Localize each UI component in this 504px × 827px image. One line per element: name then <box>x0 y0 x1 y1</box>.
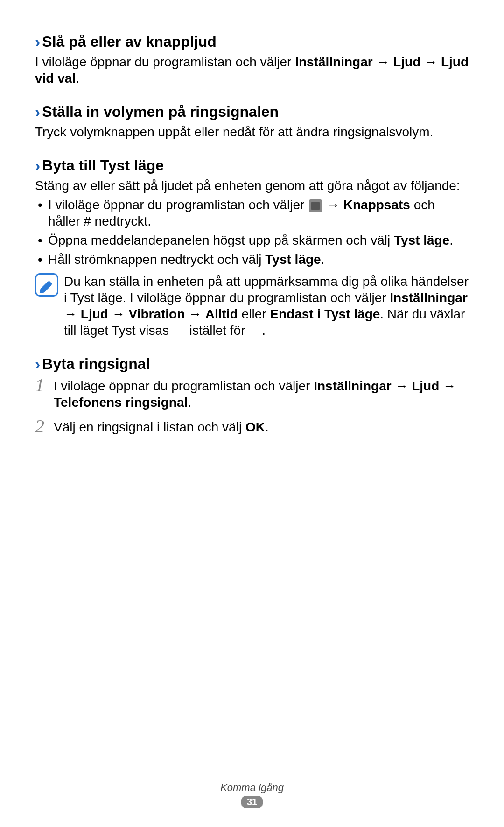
page-number-badge: 31 <box>241 796 263 808</box>
step-number: 2 <box>35 417 47 436</box>
chevron-icon: › <box>35 355 40 373</box>
section-silent-mode: › Byta till Tyst läge Stäng av eller sät… <box>35 156 469 339</box>
list-item: Håll strömknappen nedtryckt och välj Tys… <box>35 251 469 268</box>
step-number: 1 <box>35 376 47 395</box>
heading-ringtone-volume: › Ställa in volymen på ringsignalen <box>35 103 469 121</box>
list-item: I viloläge öppnar du programlistan och v… <box>35 197 469 229</box>
list-item: 1 I viloläge öppnar du programlistan och… <box>35 376 469 410</box>
heading-text: Byta till Tyst läge <box>42 157 164 174</box>
list-item: 2 Välj en ringsignal i listan och välj O… <box>35 417 469 436</box>
list-item: Öppna meddelandepanelen högst upp på skä… <box>35 232 469 248</box>
chevron-icon: › <box>35 103 40 121</box>
heading-text: Byta ringsignal <box>42 355 150 373</box>
step-text: Välj en ringsignal i listan och välj OK. <box>54 417 269 435</box>
section-keypad-sound: › Slå på eller av knappljud I viloläge ö… <box>35 33 469 86</box>
numbered-list: 1 I viloläge öppnar du programlistan och… <box>35 376 469 436</box>
note-text: Du kan ställa in enheten på att uppmärks… <box>64 273 469 339</box>
footer-chapter-title: Komma igång <box>0 782 504 794</box>
paragraph: Tryck volymknappen uppåt eller nedåt för… <box>35 124 469 140</box>
chevron-icon: › <box>35 33 40 51</box>
heading-silent-mode: › Byta till Tyst läge <box>35 156 469 175</box>
heading-text: Ställa in volymen på ringsignalen <box>42 103 279 120</box>
section-change-ringtone: › Byta ringsignal 1 I viloläge öppnar du… <box>35 355 469 436</box>
paragraph: Stäng av eller sätt på ljudet på enheten… <box>35 177 469 194</box>
note-icon <box>35 273 58 297</box>
hash-icon: # <box>84 214 91 228</box>
heading-change-ringtone: › Byta ringsignal <box>35 355 469 373</box>
bullet-list: I viloläge öppnar du programlistan och v… <box>35 197 469 268</box>
page-footer: Komma igång 31 <box>0 782 504 808</box>
note-box: Du kan ställa in enheten på att uppmärks… <box>35 273 469 339</box>
heading-text: Slå på eller av knappljud <box>42 33 216 50</box>
step-text: I viloläge öppnar du programlistan och v… <box>54 376 469 410</box>
section-ringtone-volume: › Ställa in volymen på ringsignalen Tryc… <box>35 103 469 140</box>
chevron-icon: › <box>35 156 40 175</box>
heading-keypad-sound: › Slå på eller av knappljud <box>35 33 469 51</box>
phone-icon <box>309 199 322 212</box>
paragraph: I viloläge öppnar du programlistan och v… <box>35 54 469 86</box>
